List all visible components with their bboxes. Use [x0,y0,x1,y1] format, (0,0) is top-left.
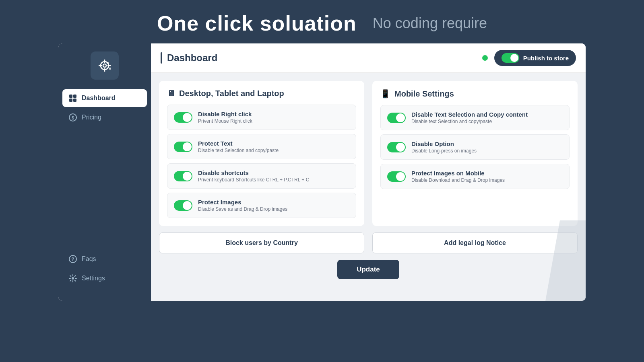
toggle-text: Disable Right click Privent Mouse Right … [198,111,252,124]
logo-icon [96,57,113,74]
main-title: One click soluation [157,11,357,35]
svg-rect-10 [69,99,72,102]
toggle-disable-shortcuts[interactable] [174,171,192,181]
dashboard-header: Dashboard Publish to store [151,43,586,73]
dashboard-title: Dashboard [167,52,217,64]
sidebar: Dashboard $ Pricing ? Faqs [58,43,151,301]
toggle-text: Disable Text Selection and Copy content … [411,111,528,124]
toggle-protect-images[interactable] [174,200,192,211]
toggle-protect-images-mobile[interactable] [387,171,406,182]
sidebar-item-dashboard[interactable]: Dashboard [62,89,147,107]
svg-rect-11 [73,99,76,102]
pricing-icon: $ [69,113,77,121]
mobile-icon: 📱 [380,89,390,99]
toggle-row-disable-right-click: Disable Right click Privent Mouse Right … [167,105,356,130]
publish-label: Publish to store [523,55,569,62]
svg-text:$: $ [72,115,74,120]
dashboard-title-row: Dashboard [161,52,217,64]
toggle-row-protect-images: Protect Images Disable Save as and Drag … [167,193,356,218]
sidebar-item-label: Faqs [82,255,96,263]
sidebar-item-label: Pricing [82,114,101,121]
svg-rect-9 [73,95,76,98]
toggle-row-protect-text: Protect Text Disable text Selection and … [167,134,356,159]
publish-toggle-button[interactable]: Publish to store [494,50,576,66]
bottom-buttons: Block users by Country Add legal log Not… [159,232,578,253]
sidebar-item-settings[interactable]: Settings [62,269,147,287]
legal-notice-button[interactable]: Add legal log Notice [372,232,578,253]
page-header: One click soluation No coding require [0,0,644,43]
toggle-switch [502,53,519,63]
toggle-protect-text[interactable] [174,142,192,152]
update-row: Update [159,260,578,279]
toggle-text: Protect Images on Mobile Disable Downloa… [411,170,505,183]
svg-rect-6 [107,62,109,64]
toggle-text: Disable shortcuts Privent keyboard Short… [198,169,309,183]
toggle-text: Protect Images Disable Save as and Drag … [198,199,287,212]
desktop-section-title: 🖥 Desktop, Tablet and Laptop [167,89,356,98]
block-country-button[interactable]: Block users by Country [159,232,364,253]
app-container: Dashboard $ Pricing ? Faqs [58,43,586,301]
logo-box [91,51,119,80]
toggle-text: Protect Text Disable text Selection and … [198,140,279,153]
toggle-row-disable-option: Disable Option Disable Long-press on ima… [380,134,570,160]
mobile-section-card: 📱 Mobile Settings Disable Text Selection… [372,81,578,226]
mobile-section-title: 📱 Mobile Settings [380,89,570,99]
svg-point-1 [103,64,106,67]
title-bar [161,52,162,64]
main-subtitle: No coding require [373,15,487,32]
sidebar-logo [58,51,151,80]
toggle-row-disable-text-selection: Disable Text Selection and Copy content … [380,105,570,130]
update-button[interactable]: Update [337,260,399,279]
sidebar-item-label: Settings [82,275,105,282]
dashboard-icon [69,94,77,102]
toggle-row-disable-shortcuts: Disable shortcuts Privent keyboard Short… [167,163,356,189]
sidebar-item-pricing[interactable]: $ Pricing [62,109,147,126]
sidebar-bottom: ? Faqs Settings [58,250,151,293]
toggle-disable-right-click[interactable] [174,112,192,123]
svg-rect-7 [109,68,111,70]
dashboard-body: 🖥 Desktop, Tablet and Laptop Disable Rig… [151,73,586,301]
sidebar-nav: Dashboard $ Pricing [58,89,151,250]
settings-grid: 🖥 Desktop, Tablet and Laptop Disable Rig… [159,81,578,226]
toggle-text: Disable Option Disable Long-press on ima… [411,140,477,154]
svg-point-16 [72,277,74,280]
sidebar-item-label: Dashboard [82,95,116,102]
settings-icon [69,274,77,282]
status-indicator [482,55,488,61]
sidebar-item-faqs[interactable]: ? Faqs [62,250,147,268]
monitor-icon: 🖥 [167,89,175,98]
main-content: Dashboard Publish to store 🖥 [151,43,586,301]
toggle-disable-option[interactable] [387,142,406,152]
toggle-row-protect-images-mobile: Protect Images on Mobile Disable Downloa… [380,164,570,189]
desktop-section-card: 🖥 Desktop, Tablet and Laptop Disable Rig… [159,81,364,226]
toggle-disable-text-selection[interactable] [387,113,406,123]
svg-text:?: ? [71,257,74,262]
toggle-knob [510,54,518,62]
faqs-icon: ? [69,255,77,263]
svg-rect-8 [69,95,72,98]
header-right: Publish to store [482,50,576,66]
